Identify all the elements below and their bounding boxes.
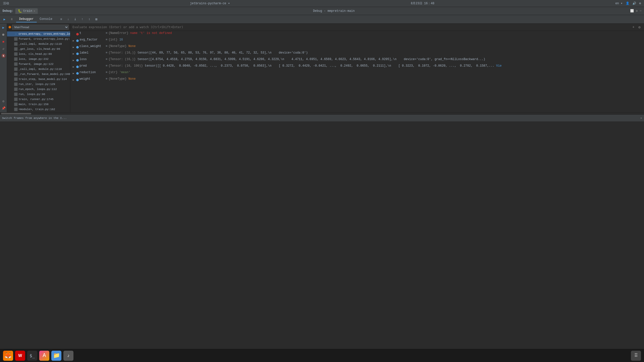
var-row-reduction[interactable]: ▶ reduction = {str} 'mean' (70, 70, 644, 77)
var-row-label[interactable]: ▶ label = {Tensor: (16,)} tensor([44, 89… (70, 51, 644, 57)
frame-item-4[interactable]: □ loss, cls_head.py:80 (7, 52, 70, 57)
settings-eval-icon[interactable]: ⚙ (637, 25, 642, 30)
var-name-pred: pred (79, 64, 105, 68)
add-watch-icon[interactable]: + (631, 25, 636, 30)
var-eq-t: = (106, 31, 107, 35)
run-to-cursor-icon[interactable]: ↕ (86, 16, 93, 23)
var-eq-class_weight: = (106, 44, 107, 48)
var-expand-avg_factor: ▶ (71, 38, 75, 43)
pin-icon[interactable]: 📌 (1, 105, 7, 111)
frame-item-5[interactable]: □ loss, image.py:232 (7, 57, 70, 62)
frame-label-2: _call_impl, module.py:1110 (19, 42, 62, 46)
step-into-my-code-icon[interactable]: ⤓ (72, 16, 78, 23)
frame-icon-12: □ (14, 93, 18, 96)
thread-selector: MainThread (7, 24, 70, 31)
frame-icon-15: □ (14, 108, 18, 111)
var-expand-pred[interactable]: ▶ (71, 64, 75, 70)
var-row-loss[interactable]: ▶ loss = {Tensor: (16,)} tensor([4.8754,… (70, 57, 644, 64)
status-close-icon[interactable]: ✕ (640, 116, 642, 120)
var-eq-pred: = (106, 64, 107, 68)
frame-item-8[interactable]: □ _run_forward, base_model.py:340... (7, 72, 70, 77)
app-name[interactable]: jetbrains-pycharm-ce ▾ (190, 2, 230, 5)
step-out-icon[interactable]: ↑ (79, 16, 86, 23)
var-name-loss: loss (79, 58, 105, 61)
var-type-weight: {NoneType} (108, 77, 128, 81)
gear-icon[interactable]: ⚙ (636, 9, 638, 13)
restore-icon[interactable]: ⬜ (630, 9, 634, 13)
taskbar: 🦊 W $_ A 📁 ♪ ⠿ (0, 349, 644, 362)
frame-item-2[interactable]: □ _call_impl, module.py:1110 (7, 41, 70, 47)
top-right-icons: en ▾ 👤 🔊 ⚙ (615, 2, 641, 5)
frame-icon-0: □ (14, 32, 18, 36)
var-icon-weight (75, 77, 79, 83)
frame-item-3[interactable]: □ _get_loss, cls_head.py:96 (7, 47, 70, 52)
taskbar-appstore[interactable]: A (39, 351, 49, 361)
var-row-class_weight[interactable]: ▶ class_weight = {NoneType} None (70, 44, 644, 51)
left-panel: MainThread □ cross_entropy, cross_entrop… (7, 24, 70, 112)
frame-icon-13: □ (14, 98, 18, 101)
toolbar-left-icons: ▶ ⏸ (2, 15, 15, 23)
restart-icon[interactable]: ↺ (1, 46, 7, 52)
var-type-t: {NameError} (108, 31, 128, 35)
thread-dropdown[interactable]: MainThread (12, 25, 69, 30)
frame-icon-7: □ (14, 67, 18, 71)
var-expand-loss[interactable]: ▶ (71, 58, 75, 63)
resume-icon[interactable]: ▶ (2, 16, 8, 22)
window-title: Debug - mmpretrain-main (38, 9, 630, 13)
var-value-weight: None (128, 77, 643, 81)
var-row-t[interactable]: t = {NameError} name 't' is not defined (70, 31, 644, 37)
frame-label-1: forward, cross_entropy_loss.py:20... (19, 37, 70, 40)
debug-sidebar-icon[interactable]: ▶ (1, 25, 7, 31)
evaluate-input[interactable] (72, 25, 629, 29)
taskbar-firefox[interactable]: 🦊 (3, 351, 13, 361)
var-type-loss: {Tensor: (16,)} (108, 58, 137, 61)
frame-item-1[interactable]: □ forward, cross_entropy_loss.py:20... (7, 36, 70, 41)
settings-sidebar-icon[interactable]: ⚙ (1, 98, 7, 104)
frame-item-0[interactable]: □ cross_entropy, cross_entropy_loss (7, 31, 70, 36)
frame-item-10[interactable]: □ run_iter, loops.py:129 (7, 82, 70, 87)
more-icon[interactable]: ⋯ (640, 9, 641, 13)
left-sidebar-icons: ▶ ⏺ ■ ↺ 🔇 ⚙ 📌 (0, 24, 7, 112)
mute-icon[interactable]: 🔇 (1, 53, 7, 59)
frame-label-15: <module>, train.py:162 (19, 108, 55, 111)
var-icon-t (75, 31, 79, 37)
stop-icon[interactable]: ■ (1, 39, 7, 45)
var-expand-label[interactable]: ▶ (71, 51, 75, 57)
hscroll-thumb[interactable] (1, 113, 31, 114)
frame-item-12[interactable]: □ run, loops.py:96 (7, 92, 70, 97)
step-over-icon[interactable]: ≡ (58, 16, 64, 23)
tab-debugger[interactable]: Debugger (16, 16, 37, 22)
frame-item-7[interactable]: □ _call_impl, module.py:1110 (7, 67, 70, 72)
toolbar-tabs: Debugger Console (16, 16, 55, 22)
breakpoints-icon[interactable]: ⏺ (1, 32, 7, 38)
taskbar-grid-icon[interactable]: ⠿ (631, 351, 641, 361)
debug-tab[interactable]: 🐛 train ✕ (15, 8, 38, 14)
var-row-avg_factor[interactable]: ▶ avg_factor = {int} 16 (70, 37, 644, 44)
tab-close-icon[interactable]: ✕ (33, 9, 35, 13)
step-into-icon[interactable]: ↓ (65, 16, 71, 23)
evaluate-icon[interactable]: ▤ (93, 16, 100, 23)
frame-item-6[interactable]: □ forward, image.py:122 (7, 62, 70, 67)
var-row-pred[interactable]: ▶ pred = {Tensor: (16, 100)} tensor([[ 0… (70, 64, 644, 70)
var-name-weight: weight (79, 77, 105, 81)
frame-item-13[interactable]: □ train, runner.py:1745 (7, 97, 70, 102)
frame-item-15[interactable]: □ <module>, train.py:162 (7, 107, 70, 112)
frames-panel: □ cross_entropy, cross_entropy_loss □ fo… (7, 31, 70, 112)
var-row-weight[interactable]: ▶ weight = {NoneType} None (70, 77, 644, 83)
taskbar-music[interactable]: ♪ (63, 351, 73, 361)
frame-item-14[interactable]: □ main, train.py:158 (7, 102, 70, 107)
status-text: Switch frames from anywhere in the I... (2, 117, 638, 120)
var-name-reduction: reduction (79, 71, 105, 74)
frame-label-12: run, loops.py:96 (19, 93, 45, 96)
var-value-label: tensor([44, 89, 77, 50, 65, 88, 53, 76, … (137, 51, 643, 55)
pause-icon[interactable]: ⏸ (9, 16, 15, 22)
frame-item-11[interactable]: □ run_epoch, loops.py:112 (7, 87, 70, 92)
taskbar-terminal[interactable]: $_ (27, 351, 37, 361)
taskbar-wps[interactable]: W (15, 351, 25, 361)
taskbar-files[interactable]: 📁 (51, 351, 61, 361)
tab-console[interactable]: Console (37, 16, 55, 22)
frame-item-9[interactable]: □ train_step, base_model.py:114 (7, 77, 70, 82)
frame-icon-14: □ (14, 103, 18, 106)
var-eq-loss: = (106, 58, 107, 61)
main-content: ▶ ⏺ ■ ↺ 🔇 ⚙ 📌 MainThread □ cross_entropy… (0, 24, 644, 112)
